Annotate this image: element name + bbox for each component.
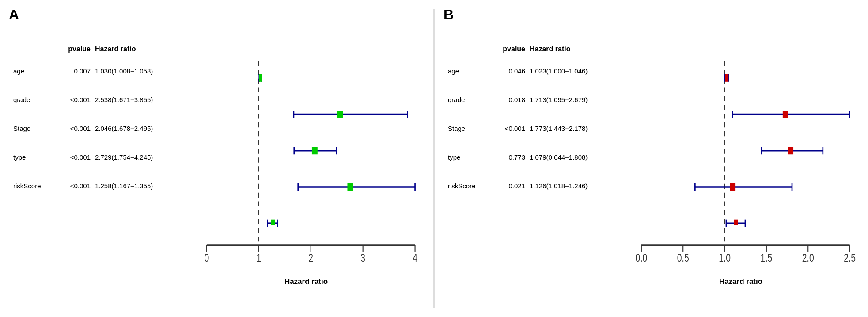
- panel-b-row-2: Stage <0.001 1.773(1.443−2.178): [448, 114, 622, 143]
- panel-b-chart: 0.0 0.5 1.0 1.5 2.0 2.5: [622, 31, 859, 286]
- svg-text:1.5: 1.5: [760, 252, 772, 264]
- panel-a: A pvalue Hazard ratio age 0.007 1.030(1.…: [0, 0, 433, 317]
- panel-a-point-1: [337, 111, 343, 118]
- panel-a-row-0: age 0.007 1.030(1.008−1.053): [13, 57, 188, 85]
- panel-a-text: pvalue Hazard ratio age 0.007 1.030(1.00…: [13, 31, 188, 286]
- panel-a-label: A: [9, 7, 19, 23]
- panel-a-point-4: [271, 220, 275, 225]
- panel-b-point-3: [730, 183, 735, 191]
- svg-text:4: 4: [413, 252, 417, 264]
- panel-b-point-2: [788, 147, 793, 154]
- panel-a-row-3: type <0.001 2.729(1.754−4.245): [13, 143, 188, 172]
- panel-b: B pvalue Hazard ratio age 0.046 1.023(1.…: [435, 0, 868, 317]
- panel-b-text: pvalue Hazard ratio age 0.046 1.023(1.00…: [448, 31, 622, 286]
- panel-b-pvalue-header: pvalue: [492, 45, 525, 53]
- panel-b-row-0: age 0.046 1.023(1.000−1.046): [448, 57, 622, 85]
- panel-b-hr-header: Hazard ratio: [530, 45, 622, 53]
- panel-b-xaxis-label: Hazard ratio: [622, 277, 859, 286]
- panel-b-svg: 0.0 0.5 1.0 1.5 2.0 2.5: [622, 31, 859, 282]
- svg-text:3: 3: [360, 252, 365, 264]
- panel-b-label: B: [443, 7, 454, 23]
- panel-a-xaxis-label: Hazard ratio: [188, 277, 425, 286]
- panel-a-point-2: [312, 147, 318, 154]
- panel-a-chart: 0 1 2 3 4: [188, 31, 425, 286]
- panel-a-row-1: grade <0.001 2.538(1.671−3.855): [13, 85, 188, 114]
- panel-a-svg: 0 1 2 3 4: [188, 31, 425, 282]
- panel-b-point-4: [734, 220, 738, 225]
- svg-text:0: 0: [205, 252, 209, 264]
- svg-text:2.5: 2.5: [844, 252, 856, 264]
- panel-a-hr-header: Hazard ratio: [95, 45, 188, 53]
- panel-a-row-4: riskScore <0.001 1.258(1.167−1.355): [13, 172, 188, 200]
- panel-b-row-1: grade 0.018 1.713(1.095−2.679): [448, 85, 622, 114]
- panel-a-point-3: [347, 183, 353, 191]
- panel-a-point-0: [259, 74, 262, 82]
- panel-b-point-1: [783, 111, 788, 118]
- panel-b-row-3: type 0.773 1.079(0.644−1.808): [448, 143, 622, 172]
- panel-a-row-2: Stage <0.001 2.046(1.678−2.495): [13, 114, 188, 143]
- svg-text:2: 2: [308, 252, 313, 264]
- panel-b-point-0: [725, 74, 729, 82]
- panel-b-row-4: riskScore 0.021 1.126(1.018−1.246): [448, 172, 622, 200]
- svg-text:0.0: 0.0: [635, 252, 647, 264]
- svg-text:0.5: 0.5: [677, 252, 689, 264]
- svg-text:2.0: 2.0: [802, 252, 814, 264]
- svg-text:1: 1: [256, 252, 261, 264]
- svg-text:1.0: 1.0: [719, 252, 731, 264]
- panel-a-pvalue-header: pvalue: [57, 45, 91, 53]
